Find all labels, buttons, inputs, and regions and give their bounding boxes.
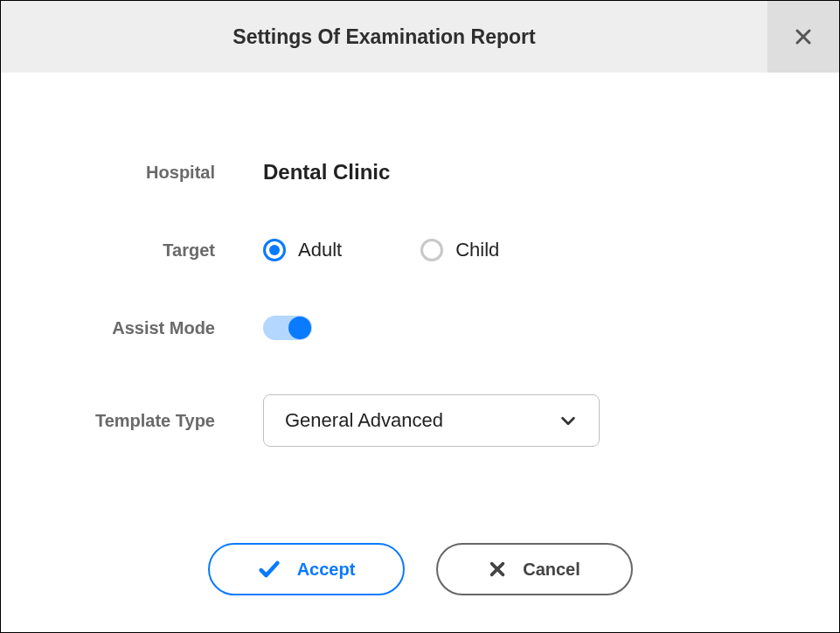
assist-mode-label: Assist Mode	[71, 318, 263, 338]
check-icon	[257, 557, 281, 581]
target-radio-child[interactable]: Child	[420, 239, 499, 261]
radio-label-adult: Adult	[298, 239, 342, 261]
close-button[interactable]	[767, 1, 839, 73]
hospital-label: Hospital	[71, 163, 263, 183]
x-icon	[488, 560, 507, 579]
accept-button-label: Accept	[297, 560, 356, 580]
target-row: Target Adult Child	[71, 239, 769, 261]
radio-circle-checked-icon	[263, 239, 286, 261]
template-type-select[interactable]: General Advanced	[263, 394, 600, 447]
dialog-content: Hospital Dental Clinic Target Adult Chil…	[1, 73, 839, 595]
hospital-value: Dental Clinic	[263, 160, 390, 184]
dialog-footer: Accept Cancel	[71, 543, 769, 595]
radio-circle-unchecked-icon	[420, 239, 443, 261]
toggle-knob-icon	[288, 316, 311, 339]
target-radio-adult[interactable]: Adult	[263, 239, 342, 261]
target-label: Target	[71, 240, 263, 261]
hospital-row: Hospital Dental Clinic	[71, 160, 769, 184]
accept-button[interactable]: Accept	[208, 543, 405, 595]
assist-mode-row: Assist Mode	[71, 316, 769, 340]
dialog-title: Settings Of Examination Report	[1, 25, 767, 49]
close-icon	[793, 26, 814, 47]
dialog-header: Settings Of Examination Report	[1, 1, 839, 73]
chevron-down-icon	[559, 411, 578, 430]
radio-dot-icon	[269, 245, 280, 255]
assist-mode-toggle[interactable]	[263, 316, 312, 340]
radio-label-child: Child	[455, 239, 499, 261]
template-type-row: Template Type General Advanced	[71, 394, 769, 447]
target-radios: Adult Child	[263, 239, 499, 261]
template-type-selected: General Advanced	[285, 409, 443, 432]
cancel-button-label: Cancel	[523, 560, 580, 580]
template-type-label: Template Type	[71, 411, 263, 431]
cancel-button[interactable]: Cancel	[436, 543, 633, 595]
